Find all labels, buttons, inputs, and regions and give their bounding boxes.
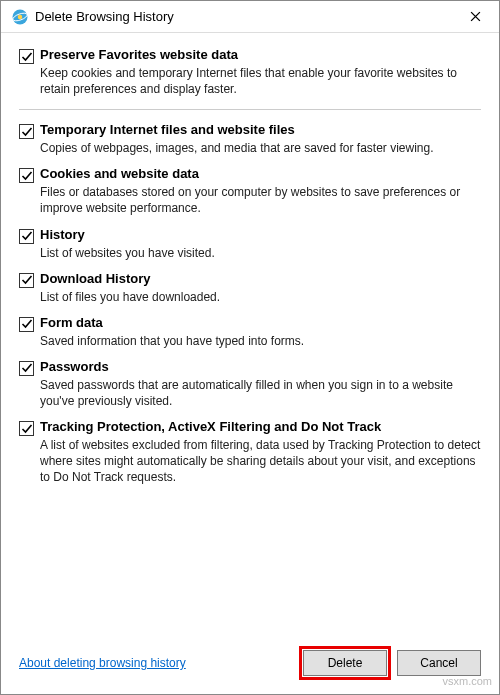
option-label: Tracking Protection, ActiveX Filtering a… <box>40 419 481 436</box>
about-link[interactable]: About deleting browsing history <box>19 656 293 670</box>
option-tracking-protection: Tracking Protection, ActiveX Filtering a… <box>19 419 481 485</box>
option-label: Preserve Favorites website data <box>40 47 481 64</box>
option-body: PasswordsSaved passwords that are automa… <box>40 359 481 409</box>
option-history: HistoryList of websites you have visited… <box>19 227 481 261</box>
option-desc: Saved information that you have typed in… <box>40 333 481 349</box>
app-icon <box>11 8 29 26</box>
option-form-data: Form dataSaved information that you have… <box>19 315 481 349</box>
option-desc: A list of websites excluded from filteri… <box>40 437 481 486</box>
option-label: Download History <box>40 271 481 288</box>
option-passwords: PasswordsSaved passwords that are automa… <box>19 359 481 409</box>
option-temp-files: Temporary Internet files and website fil… <box>19 122 481 156</box>
option-download-history: Download HistoryList of files you have d… <box>19 271 481 305</box>
checkbox-passwords[interactable] <box>19 361 34 376</box>
option-desc: List of files you have downloaded. <box>40 289 481 305</box>
option-body: Preserve Favorites website dataKeep cook… <box>40 47 481 97</box>
titlebar: Delete Browsing History <box>1 1 499 33</box>
option-preserve-favorites: Preserve Favorites website dataKeep cook… <box>19 47 481 110</box>
checkbox-history[interactable] <box>19 229 34 244</box>
option-body: Cookies and website dataFiles or databas… <box>40 166 481 216</box>
dialog-content: Preserve Favorites website dataKeep cook… <box>1 33 499 642</box>
option-desc: Keep cookies and temporary Internet file… <box>40 65 481 97</box>
option-label: History <box>40 227 481 244</box>
option-label: Form data <box>40 315 481 332</box>
delete-button[interactable]: Delete <box>303 650 387 676</box>
option-desc: Files or databases stored on your comput… <box>40 184 481 216</box>
checkbox-temp-files[interactable] <box>19 124 34 139</box>
window-title: Delete Browsing History <box>35 9 455 24</box>
option-body: HistoryList of websites you have visited… <box>40 227 481 261</box>
option-desc: Saved passwords that are automatically f… <box>40 377 481 409</box>
option-desc: Copies of webpages, images, and media th… <box>40 140 481 156</box>
option-cookies: Cookies and website dataFiles or databas… <box>19 166 481 216</box>
option-desc: List of websites you have visited. <box>40 245 481 261</box>
option-label: Temporary Internet files and website fil… <box>40 122 481 139</box>
option-body: Tracking Protection, ActiveX Filtering a… <box>40 419 481 485</box>
option-body: Download HistoryList of files you have d… <box>40 271 481 305</box>
svg-point-2 <box>18 14 23 19</box>
checkbox-preserve-favorites[interactable] <box>19 49 34 64</box>
checkbox-tracking-protection[interactable] <box>19 421 34 436</box>
option-label: Passwords <box>40 359 481 376</box>
close-icon <box>470 11 481 22</box>
dialog-footer: About deleting browsing history Delete C… <box>1 642 499 694</box>
option-body: Form dataSaved information that you have… <box>40 315 481 349</box>
checkbox-form-data[interactable] <box>19 317 34 332</box>
dialog-window: Delete Browsing History Preserve Favorit… <box>0 0 500 695</box>
option-body: Temporary Internet files and website fil… <box>40 122 481 156</box>
cancel-button[interactable]: Cancel <box>397 650 481 676</box>
option-label: Cookies and website data <box>40 166 481 183</box>
close-button[interactable] <box>455 2 495 32</box>
checkbox-cookies[interactable] <box>19 168 34 183</box>
checkbox-download-history[interactable] <box>19 273 34 288</box>
